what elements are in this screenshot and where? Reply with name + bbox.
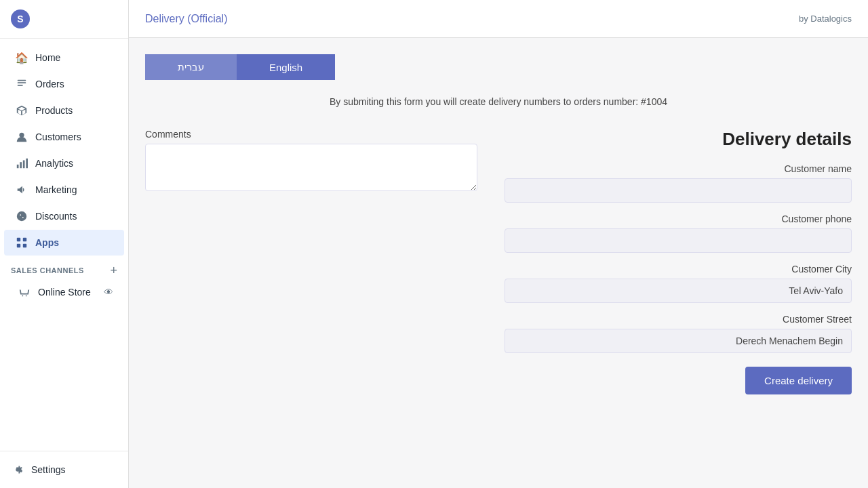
logo-icon: S [11, 9, 30, 28]
create-delivery-button[interactable]: Create delivery [745, 367, 852, 394]
discounts-icon [15, 209, 28, 223]
sidebar-item-online-store[interactable]: Online Store 👁 [4, 280, 124, 304]
sidebar-item-products-label: Products [35, 105, 73, 116]
svg-rect-9 [17, 238, 20, 241]
customer-street-input[interactable] [505, 329, 852, 353]
sidebar-item-apps[interactable]: Apps [4, 230, 124, 256]
add-sales-channel-button[interactable]: + [110, 264, 117, 277]
customer-city-label: Customer City [505, 264, 852, 274]
comments-label: Comments [145, 129, 477, 140]
svg-point-13 [22, 296, 23, 297]
settings-icon [11, 463, 24, 476]
svg-rect-2 [18, 85, 23, 86]
sidebar-item-analytics-label: Analytics [35, 158, 73, 169]
topbar: Delivery (Official) by Datalogics [129, 0, 868, 38]
lang-english-button[interactable]: English [237, 54, 335, 80]
analytics-icon [15, 157, 28, 170]
sidebar-logo: S [0, 0, 128, 39]
create-delivery-area: Create delivery [505, 364, 852, 394]
sidebar-item-settings[interactable]: Settings [0, 457, 128, 483]
svg-rect-6 [23, 161, 25, 169]
form-right: Delivery details Customer name Customer … [505, 129, 852, 394]
customer-phone-group: Customer phone [505, 214, 852, 253]
marketing-icon [15, 183, 28, 197]
apps-icon [15, 236, 28, 249]
svg-rect-5 [20, 162, 22, 168]
sidebar-item-customers-label: Customers [35, 131, 81, 142]
svg-rect-10 [23, 238, 26, 241]
customer-name-group: Customer name [505, 163, 852, 203]
sidebar-bottom: Settings [0, 451, 128, 488]
delivery-title: Delivery details [505, 129, 852, 150]
svg-rect-7 [26, 159, 28, 168]
customer-name-label: Customer name [505, 163, 852, 174]
svg-rect-11 [17, 244, 20, 247]
customer-city-group: Customer City [505, 264, 852, 303]
online-store-label: Online Store [38, 287, 91, 298]
customer-street-group: Customer Street [505, 314, 852, 353]
svg-rect-12 [23, 244, 26, 247]
sidebar-nav: 🏠 Home Orders Products Customers Anal [0, 39, 128, 451]
form-area: Comments Delivery details Customer name … [145, 129, 852, 394]
online-store-icon [18, 285, 31, 299]
sidebar-item-marketing-label: Marketing [35, 184, 77, 195]
sales-channels-section: SALES CHANNELS + [0, 256, 128, 279]
svg-rect-0 [18, 80, 26, 81]
info-text: By submiting this form you will create d… [145, 96, 852, 107]
customers-icon [15, 130, 28, 144]
main-area: Delivery (Official) by Datalogics עברית … [129, 0, 868, 488]
svg-rect-4 [17, 165, 19, 168]
customer-phone-label: Customer phone [505, 214, 852, 224]
lang-hebrew-button[interactable]: עברית [145, 54, 237, 80]
comments-input[interactable] [145, 144, 477, 191]
sidebar-item-discounts[interactable]: Discounts [4, 203, 124, 229]
sidebar-item-analytics[interactable]: Analytics [4, 150, 124, 176]
customer-phone-input[interactable] [505, 228, 852, 253]
sidebar-item-home-label: Home [35, 52, 60, 63]
language-buttons: עברית English [145, 54, 852, 80]
sidebar: S 🏠 Home Orders Products Customers [0, 0, 129, 488]
svg-point-14 [26, 296, 27, 297]
sidebar-item-marketing[interactable]: Marketing [4, 177, 124, 203]
sidebar-item-apps-label: Apps [35, 237, 59, 248]
sidebar-item-discounts-label: Discounts [35, 211, 77, 222]
orders-icon [15, 77, 28, 91]
page-title: Delivery (Official) [145, 13, 228, 25]
products-icon [15, 104, 28, 117]
customer-street-label: Customer Street [505, 314, 852, 325]
sidebar-item-customers[interactable]: Customers [4, 124, 124, 150]
online-store-eye-icon[interactable]: 👁 [104, 287, 113, 298]
form-left: Comments [145, 129, 477, 394]
svg-rect-1 [18, 82, 26, 83]
topbar-by: by Datalogics [799, 14, 852, 24]
home-icon: 🏠 [15, 51, 28, 64]
customer-city-input[interactable] [505, 279, 852, 303]
settings-label: Settings [31, 464, 66, 475]
sidebar-item-orders-label: Orders [35, 79, 64, 89]
sidebar-item-home[interactable]: 🏠 Home [4, 45, 124, 70]
svg-point-3 [19, 133, 24, 138]
sidebar-item-products[interactable]: Products [4, 98, 124, 123]
content-area: עברית English By submiting this form you… [129, 38, 868, 488]
sidebar-item-orders[interactable]: Orders [4, 71, 124, 97]
customer-name-input[interactable] [505, 178, 852, 203]
